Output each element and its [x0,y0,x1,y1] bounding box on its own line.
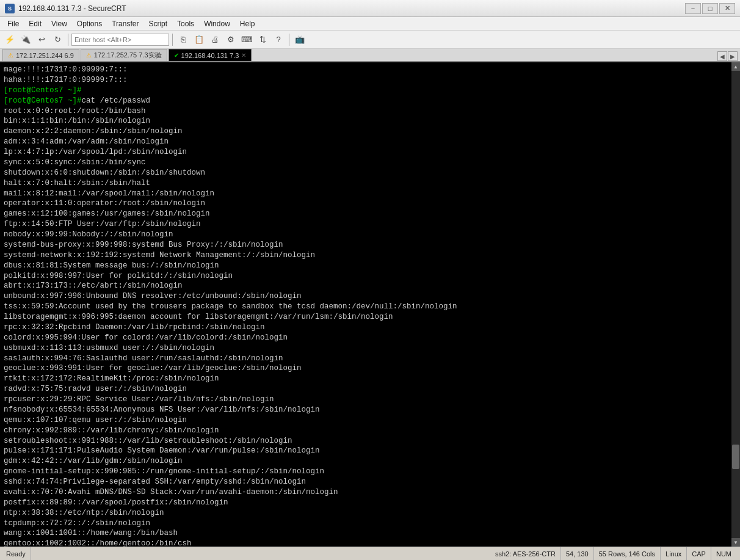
window-controls: − □ ✕ [685,3,735,14]
toolbar-btn-keymap[interactable]: ⌨ [239,32,254,47]
address-bar[interactable] [71,34,169,46]
tab-1-warn-icon: ⚠ [8,52,13,59]
status-encryption: ssh2: AES-256-CTR [490,547,561,560]
toolbar-btn-help[interactable]: ? [271,32,286,47]
tab-3-label: 192.168.40.131 7.3 [181,52,239,59]
menu-options[interactable]: Options [72,18,107,29]
tab-3[interactable]: ✔ 192.168.40.131 7.3 ✕ [169,49,252,61]
status-caps: CAP [687,547,711,560]
toolbar: ⚡ 🔌 ↩ ↻ ⎘ 📋 🖨 ⚙ ⌨ ⇅ ? 📺 [0,31,740,49]
toolbar-separator-2 [172,34,173,46]
close-button[interactable]: ✕ [719,3,735,14]
menu-help[interactable]: Help [235,18,260,29]
restore-button[interactable]: □ [702,3,718,14]
toolbar-btn-disconnect[interactable]: 🔌 [18,32,33,47]
scroll-up-button[interactable]: ▲ [731,62,740,71]
status-position: 54, 130 [561,547,594,560]
menu-file[interactable]: File [2,18,24,29]
vertical-scrollbar[interactable]: ▲ ▼ [731,62,740,547]
status-os: Linux [661,547,687,560]
toolbar-btn-settings[interactable]: ⚙ [223,32,238,47]
status-ready: Ready [4,547,31,560]
toolbar-separator-3 [289,34,289,46]
toolbar-btn-paste[interactable]: 📋 [192,32,206,47]
tab-3-ok-icon: ✔ [174,52,179,59]
menu-tools[interactable]: Tools [172,18,199,29]
toolbar-separator-1 [68,34,68,46]
scroll-down-button[interactable]: ▼ [731,538,740,547]
app-icon: S [5,4,15,13]
terminal[interactable]: mage:!!!:17317:0:99999:7::: haha:!!!:173… [0,62,731,547]
tabs-nav: ◀ ▶ [717,51,740,61]
title-bar: S 192.168.40.131 7.3 - SecureCRT − □ ✕ [0,0,740,17]
terminal-wrapper: mage:!!!:17317:0:99999:7::: haha:!!!:173… [0,62,740,547]
status-num: NUM [711,547,736,560]
scroll-thumb[interactable] [732,445,739,469]
tab-2[interactable]: ⚠ 172.17.252.75 7.3实验 [81,49,167,61]
tab-2-label: 172.17.252.75 7.3实验 [94,51,162,60]
minimize-button[interactable]: − [685,3,701,14]
tabs-bar: ⚠ 172.17.251.244 6.9 ⚠ 172.17.252.75 7.3… [0,49,740,62]
toolbar-btn-copy[interactable]: ⎘ [176,32,190,47]
toolbar-btn-back[interactable]: ↩ [34,32,49,47]
menu-script[interactable]: Script [143,18,172,29]
tabs-prev-button[interactable]: ◀ [717,51,727,61]
menu-view[interactable]: View [46,18,72,29]
status-dimensions: 55 Rows, 146 Cols [594,547,661,560]
scroll-track[interactable] [731,71,740,538]
menu-bar: File Edit View Options Transfer Script T… [0,17,740,31]
tab-2-warn-icon: ⚠ [86,52,92,59]
tab-1-label: 172.17.251.244 6.9 [16,52,74,59]
menu-edit[interactable]: Edit [24,18,46,29]
tab-1[interactable]: ⚠ 172.17.251.244 6.9 [2,49,79,61]
window-title: 192.168.40.131 7.3 - SecureCRT [18,4,685,13]
tabs-next-button[interactable]: ▶ [728,51,738,61]
menu-window[interactable]: Window [199,18,235,29]
toolbar-btn-extra[interactable]: 📺 [292,32,307,47]
tab-3-close-button[interactable]: ✕ [241,52,246,59]
toolbar-btn-print[interactable]: 🖨 [208,32,222,47]
toolbar-btn-sftp[interactable]: ⇅ [255,32,270,47]
toolbar-btn-connect[interactable]: ⚡ [2,32,17,47]
menu-transfer[interactable]: Transfer [107,18,143,29]
status-bar: Ready ssh2: AES-256-CTR 54, 130 55 Rows,… [0,547,740,560]
toolbar-btn-refresh[interactable]: ↻ [50,32,65,47]
